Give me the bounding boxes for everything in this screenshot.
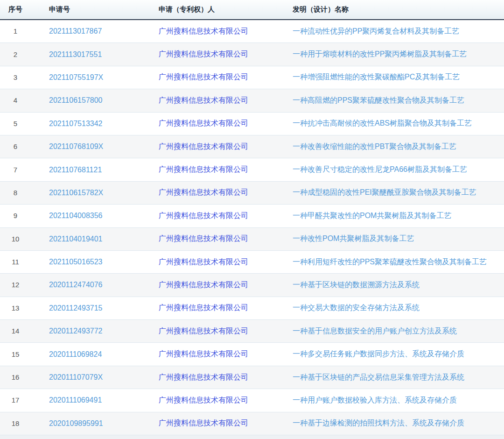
applicant-link[interactable]: 广州搜料信息技术有限公司	[159, 73, 248, 81]
invention-title-link[interactable]: 一种增强阻燃性能的改性聚碳酸酯PC及其制备工艺	[293, 73, 460, 81]
table-row: 18 2020109895991 广州搜料信息技术有限公司 一种基于边缘检测的拍…	[0, 412, 504, 435]
serial-number: 13	[12, 304, 20, 312]
table-row: 4 2021106157800 广州搜料信息技术有限公司 一种高阻燃的PPS聚苯…	[0, 89, 504, 112]
column-header-invention-title: 发明（设计）名称	[293, 5, 504, 14]
invention-title-link[interactable]: 一种抗冲击高耐候的改性ABS树脂聚合物及其制备工艺	[293, 119, 472, 127]
table-row: 11 2021105016523 广州搜料信息技术有限公司 一种利用短纤改性的P…	[0, 251, 504, 274]
invention-title-link[interactable]: 一种交易大数据的安全存储方法及系统	[293, 304, 420, 312]
applicant-link[interactable]: 广州搜料信息技术有限公司	[159, 165, 248, 173]
application-number-link[interactable]: 202110615782X	[49, 189, 103, 197]
table-body: 1 2021113017867 广州搜料信息技术有限公司 一种流动性优异的PP聚…	[0, 20, 504, 435]
table-row: 16 202011107079X 广州搜料信息技术有限公司 一种基于区块链的产品…	[0, 366, 504, 389]
invention-title-link[interactable]: 一种改善收缩性能的改性PBT聚合物及其制备工艺	[293, 142, 456, 150]
table-header-row: 序号 申请号 申请（专利权）人 发明（设计）名称	[0, 0, 504, 20]
table-row: 14 2020112493772 广州搜料信息技术有限公司 一种基于信息数据安全…	[0, 320, 504, 343]
serial-number: 18	[12, 419, 20, 427]
applicant-link[interactable]: 广州搜料信息技术有限公司	[159, 258, 248, 266]
serial-number: 6	[14, 142, 17, 150]
serial-number: 16	[12, 373, 20, 381]
invention-title-link[interactable]: 一种高阻燃的PPS聚苯硫醚改性聚合物及其制备工艺	[293, 96, 464, 104]
invention-title-link[interactable]: 一种基于边缘检测的拍照找料方法、系统及存储介质	[293, 419, 464, 427]
invention-title-link[interactable]: 一种利用短纤改性的PPS聚苯硫醚改性聚合物及其制备工艺	[293, 258, 487, 266]
applicant-link[interactable]: 广州搜料信息技术有限公司	[159, 188, 248, 196]
application-number-link[interactable]: 2021113017551	[49, 50, 102, 58]
application-number-link[interactable]: 2021107513342	[49, 120, 103, 127]
application-number-link[interactable]: 2021107681121	[49, 166, 102, 174]
application-number-link[interactable]: 2020112493715	[49, 304, 103, 312]
serial-number: 8	[14, 189, 17, 197]
invention-title-link[interactable]: 一种多交易任务账户数据同步方法、系统及存储介质	[293, 350, 464, 358]
invention-title-link[interactable]: 一种成型稳固的改性PEI聚醚酰亚胺聚合物及其制备工艺	[293, 188, 476, 196]
invention-title-link[interactable]: 一种流动性优异的PP聚丙烯复合材料及其制备工艺	[293, 27, 459, 35]
application-number-link[interactable]: 2021105016523	[49, 258, 103, 266]
invention-title-link[interactable]: 一种甲醛共聚改性的POM共聚树脂及其制备工艺	[293, 212, 451, 220]
invention-title-link[interactable]: 一种改性POM共聚树脂及其制备工艺	[293, 234, 414, 242]
applicant-link[interactable]: 广州搜料信息技术有限公司	[159, 234, 248, 242]
applicant-link[interactable]: 广州搜料信息技术有限公司	[159, 350, 248, 358]
invention-title-link[interactable]: 一种基于区块链的产品交易信息采集管理方法及系统	[293, 373, 464, 381]
application-number-link[interactable]: 2021113017867	[49, 27, 102, 35]
applicant-link[interactable]: 广州搜料信息技术有限公司	[159, 50, 248, 58]
application-number-link[interactable]: 2020109895991	[49, 419, 103, 427]
application-number-link[interactable]: 202110768109X	[49, 142, 103, 150]
patent-results-table: 序号 申请号 申请（专利权）人 发明（设计）名称 1 2021113017867…	[0, 0, 504, 435]
serial-number: 12	[12, 281, 20, 289]
applicant-link[interactable]: 广州搜料信息技术有限公司	[159, 119, 248, 127]
application-number-link[interactable]: 202110755197X	[49, 73, 103, 81]
table-row: 3 202110755197X 广州搜料信息技术有限公司 一种增强阻燃性能的改性…	[0, 66, 504, 89]
serial-number: 7	[14, 166, 17, 174]
applicant-link[interactable]: 广州搜料信息技术有限公司	[159, 373, 248, 381]
applicant-link[interactable]: 广州搜料信息技术有限公司	[159, 212, 248, 220]
column-header-applicant: 申请（专利权）人	[159, 5, 293, 14]
application-number-link[interactable]: 2020111069824	[49, 350, 102, 358]
table-row: 6 202110768109X 广州搜料信息技术有限公司 一种改善收缩性能的改性…	[0, 135, 504, 158]
table-row: 10 2021104019401 广州搜料信息技术有限公司 一种改性POM共聚树…	[0, 228, 504, 251]
applicant-link[interactable]: 广州搜料信息技术有限公司	[159, 27, 248, 35]
table-row: 5 2021107513342 广州搜料信息技术有限公司 一种抗冲击高耐候的改性…	[0, 113, 504, 135]
table-row: 2 2021113017551 广州搜料信息技术有限公司 一种用于熔喷材料的改性…	[0, 43, 504, 66]
applicant-link[interactable]: 广州搜料信息技术有限公司	[159, 327, 248, 335]
application-number-link[interactable]: 2021106157800	[49, 96, 103, 104]
applicant-link[interactable]: 广州搜料信息技术有限公司	[159, 304, 248, 312]
application-number-link[interactable]: 2021104008356	[49, 212, 103, 220]
serial-number: 17	[12, 396, 20, 404]
applicant-link[interactable]: 广州搜料信息技术有限公司	[159, 396, 248, 404]
table-row: 1 2021113017867 广州搜料信息技术有限公司 一种流动性优异的PP聚…	[0, 20, 504, 43]
invention-title-link[interactable]: 一种基于信息数据安全的用户账户创立方法及系统	[293, 327, 457, 335]
invention-title-link[interactable]: 一种基于区块链的数据溯源方法及系统	[293, 281, 420, 289]
serial-number: 5	[14, 120, 17, 127]
table-row: 17 2020111069491 广州搜料信息技术有限公司 一种用户账户数据校验…	[0, 389, 504, 412]
serial-number: 9	[14, 212, 17, 220]
application-number-link[interactable]: 2020111069491	[49, 396, 102, 404]
table-row: 7 2021107681121 广州搜料信息技术有限公司 一种改善尺寸稳定的改性…	[0, 158, 504, 181]
table-row: 13 2020112493715 广州搜料信息技术有限公司 一种交易大数据的安全…	[0, 297, 504, 320]
serial-number: 10	[12, 235, 20, 243]
column-header-serial: 序号	[0, 5, 49, 14]
serial-number: 11	[12, 258, 19, 266]
serial-number: 3	[14, 73, 17, 81]
column-header-application-number: 申请号	[49, 5, 159, 14]
invention-title-link[interactable]: 一种用于熔喷材料的改性PP聚丙烯树脂及其制备工艺	[293, 50, 467, 58]
serial-number: 1	[14, 27, 17, 35]
serial-number: 15	[12, 350, 20, 358]
applicant-link[interactable]: 广州搜料信息技术有限公司	[159, 419, 248, 427]
application-number-link[interactable]: 202011107079X	[49, 373, 103, 381]
serial-number: 4	[14, 96, 17, 104]
table-row: 8 202110615782X 广州搜料信息技术有限公司 一种成型稳固的改性PE…	[0, 182, 504, 205]
application-number-link[interactable]: 2021104019401	[49, 235, 103, 243]
serial-number: 14	[12, 327, 20, 335]
applicant-link[interactable]: 广州搜料信息技术有限公司	[159, 142, 248, 150]
invention-title-link[interactable]: 一种改善尺寸稳定的改性尼龙PA66树脂及其制备工艺	[293, 165, 467, 173]
serial-number: 2	[14, 50, 17, 58]
invention-title-link[interactable]: 一种用户账户数据校验入库方法、系统及存储介质	[293, 396, 457, 404]
applicant-link[interactable]: 广州搜料信息技术有限公司	[159, 281, 248, 289]
table-row: 9 2021104008356 广州搜料信息技术有限公司 一种甲醛共聚改性的PO…	[0, 205, 504, 227]
application-number-link[interactable]: 2020112493772	[49, 327, 103, 335]
table-row: 12 2020112474076 广州搜料信息技术有限公司 一种基于区块链的数据…	[0, 274, 504, 297]
applicant-link[interactable]: 广州搜料信息技术有限公司	[159, 96, 248, 104]
table-row: 15 2020111069824 广州搜料信息技术有限公司 一种多交易任务账户数…	[0, 343, 504, 366]
application-number-link[interactable]: 2020112474076	[49, 281, 103, 289]
